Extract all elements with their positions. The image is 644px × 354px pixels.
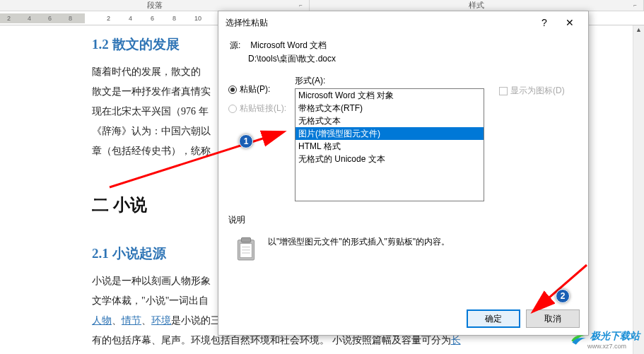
annotation-badge-2: 2	[556, 289, 570, 303]
list-item[interactable]: 无格式文本	[295, 114, 484, 127]
source-row: 源: Microsoft Word 文档	[228, 40, 578, 52]
source-label: 源:	[230, 40, 248, 52]
ribbon-group-paragraph: 段落 ⌐	[0, 0, 310, 11]
paste-mode-group: 粘贴(P): 粘贴链接(L):	[228, 75, 295, 201]
source-app: Microsoft Word 文档	[250, 40, 327, 50]
hyperlink-long[interactable]: 长	[451, 335, 461, 346]
radio-icon	[228, 85, 237, 94]
clipboard-icon	[230, 233, 262, 266]
svg-rect-2	[240, 244, 252, 258]
format-label: 形式(A):	[295, 75, 493, 87]
description-text: 以"增强型图元文件"的形式插入"剪贴板"的内容。	[268, 230, 450, 248]
watermark: 极光下载站 www.xz7.com	[569, 329, 640, 350]
list-item-selected[interactable]: 图片(增强型图元文件)	[295, 127, 484, 140]
close-button[interactable]: ✕	[557, 13, 582, 33]
vertical-scrollbar[interactable]: ▲	[633, 25, 644, 354]
radio-paste-link[interactable]: 粘贴链接(L):	[228, 102, 295, 114]
watermark-url: www.xz7.com	[587, 343, 640, 350]
show-as-icon-checkbox: 显示为图标(D)	[499, 85, 578, 97]
list-item[interactable]: HTML 格式	[295, 140, 484, 153]
ribbon-group-label: 样式	[469, 0, 484, 11]
list-item[interactable]: 带格式文本(RTF)	[295, 102, 484, 114]
hyperlink-plot[interactable]: 情节	[122, 315, 141, 326]
scroll-up-icon[interactable]: ▲	[634, 26, 644, 36]
watermark-icon	[569, 329, 587, 350]
hyperlink-people[interactable]: 人物	[92, 315, 112, 326]
radio-icon	[228, 105, 237, 113]
dialog-launcher-icon[interactable]: ⌐	[633, 2, 640, 9]
checkbox-icon	[499, 87, 508, 95]
dialog-title: 选择性粘贴	[226, 17, 532, 29]
ribbon-bar: 段落 ⌐ 样式 ⌐	[0, 0, 644, 11]
cancel-button[interactable]: 取消	[526, 309, 580, 328]
list-item[interactable]: Microsoft Word 文档 对象	[295, 89, 484, 102]
watermark-brand: 极光下载站	[590, 330, 640, 341]
dialog-launcher-icon[interactable]: ⌐	[299, 2, 306, 9]
ruler-margin-area: 2 4 6 8	[0, 13, 85, 23]
format-listbox[interactable]: Microsoft Word 文档 对象 带格式文本(RTF) 无格式文本 图片…	[295, 88, 484, 201]
hyperlink-environment[interactable]: 环境	[151, 315, 171, 326]
ok-button[interactable]: 确定	[467, 309, 520, 328]
ribbon-group-label: 段落	[147, 0, 163, 11]
svg-rect-1	[241, 237, 250, 242]
help-button[interactable]: ?	[532, 13, 557, 33]
description-label: 说明	[228, 214, 578, 226]
list-item[interactable]: 无格式的 Unicode 文本	[295, 153, 484, 165]
ribbon-group-styles: 样式 ⌐	[310, 0, 644, 11]
radio-paste[interactable]: 粘贴(P):	[228, 83, 295, 95]
dialog-titlebar[interactable]: 选择性粘贴 ? ✕	[218, 11, 588, 34]
source-path: D:\tools\桌面\散文.docx	[228, 53, 578, 65]
annotation-badge-1: 1	[239, 134, 253, 148]
paste-special-dialog: 选择性粘贴 ? ✕ 源: Microsoft Word 文档 D:\tools\…	[218, 11, 589, 336]
